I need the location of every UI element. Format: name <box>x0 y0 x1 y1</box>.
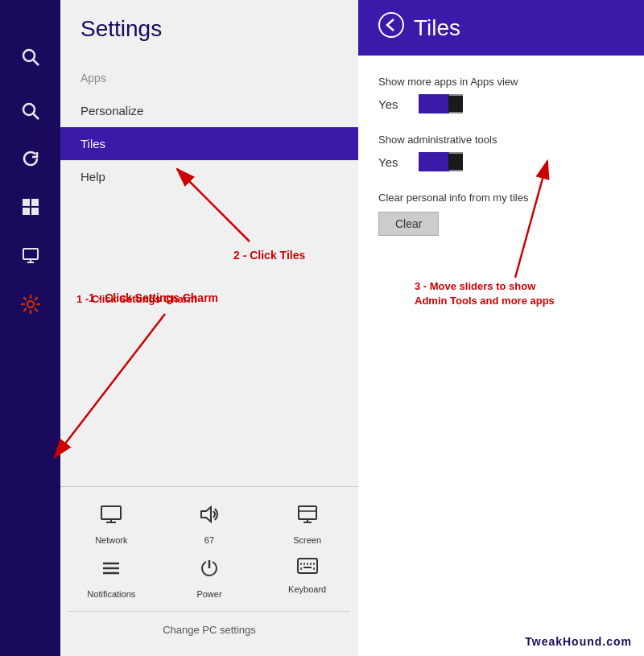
svg-rect-4 <box>23 199 30 206</box>
svg-rect-8 <box>23 249 38 259</box>
power-icon <box>198 557 221 584</box>
svg-point-2 <box>23 104 35 115</box>
clear-label: Clear personal info from my tiles <box>378 192 624 204</box>
menu-item-tiles[interactable]: Tiles <box>60 127 358 160</box>
settings-menu: Apps Personalize Tiles Help <box>60 62 358 274</box>
settings-panel: Settings Apps Personalize Tiles Help 1 -… <box>60 0 358 656</box>
charm-network[interactable]: Network <box>68 503 155 545</box>
refresh-icon[interactable] <box>21 149 40 173</box>
svg-rect-5 <box>31 199 39 206</box>
screen-label: Screen <box>293 535 321 545</box>
menu-item-apps[interactable]: Apps <box>60 62 358 94</box>
charm-bar <box>0 0 60 656</box>
watermark: TweakHound.com <box>525 635 632 648</box>
volume-label: 67 <box>204 535 214 545</box>
toggle-handle-2 <box>448 154 463 170</box>
charm-grid: Network 67 <box>68 503 350 599</box>
keyboard-label: Keyboard <box>288 584 326 594</box>
step1-annotation: 1 - Click Settings Charm <box>76 293 197 305</box>
search-top-icon[interactable] <box>22 48 39 70</box>
clear-section: Clear personal info from my tiles Clear <box>378 192 624 236</box>
svg-point-11 <box>27 301 34 307</box>
svg-point-33 <box>379 13 403 37</box>
show-more-apps-toggle[interactable] <box>419 94 463 113</box>
svg-line-3 <box>33 113 39 119</box>
show-admin-tools-value: Yes <box>378 155 407 169</box>
menu-item-help[interactable]: Help <box>60 160 358 193</box>
network-icon <box>100 503 122 530</box>
power-label: Power <box>196 589 221 599</box>
charm-power[interactable]: Power <box>167 557 253 599</box>
settings-header: Settings <box>60 0 358 62</box>
windows-icon[interactable] <box>21 197 40 221</box>
toggle-fill-2 <box>419 152 449 171</box>
svg-rect-24 <box>298 559 317 573</box>
tiles-content: Show more apps in Apps view Yes Show adm… <box>358 56 644 656</box>
device-icon[interactable] <box>21 245 40 270</box>
svg-rect-12 <box>101 506 121 519</box>
svg-marker-15 <box>201 507 211 522</box>
notifications-label: Notifications <box>87 589 135 599</box>
toggle-fill-1 <box>419 94 449 113</box>
screen-icon <box>296 503 319 530</box>
show-admin-tools-toggle[interactable] <box>419 152 463 171</box>
charm-keyboard[interactable]: Keyboard <box>264 557 350 599</box>
tiles-header: Tiles <box>358 0 644 56</box>
clear-button[interactable]: Clear <box>378 212 439 236</box>
keyboard-icon <box>296 557 319 580</box>
show-admin-tools-label: Show administrative tools <box>378 134 624 146</box>
network-label: Network <box>95 535 127 545</box>
show-more-apps-value: Yes <box>378 97 407 111</box>
charm-notifications[interactable]: Notifications <box>68 557 155 599</box>
toggle-handle-1 <box>448 96 463 112</box>
svg-line-1 <box>33 60 39 65</box>
svg-rect-6 <box>23 208 30 215</box>
show-more-apps-label: Show more apps in Apps view <box>378 76 624 88</box>
svg-rect-7 <box>31 208 39 215</box>
show-admin-tools-row: Yes <box>378 152 624 171</box>
notifications-icon <box>100 557 122 584</box>
tiles-setting-more-apps: Show more apps in Apps view Yes <box>378 76 624 113</box>
search-icon[interactable] <box>22 102 39 125</box>
settings-annotation-area: 1 - Click Settings Charm <box>60 274 358 487</box>
tiles-setting-admin-tools: Show administrative tools Yes <box>378 134 624 171</box>
charm-screen[interactable]: Screen <box>264 503 350 545</box>
settings-gear-icon[interactable] <box>20 294 41 320</box>
settings-title: Settings <box>80 16 338 42</box>
show-more-apps-row: Yes <box>378 94 624 113</box>
charm-volume[interactable]: 67 <box>167 503 253 545</box>
change-pc-settings[interactable]: Change PC settings <box>68 611 350 640</box>
tiles-panel: Tiles Show more apps in Apps view Yes Sh… <box>358 0 644 656</box>
tiles-title: Tiles <box>414 15 460 41</box>
svg-point-0 <box>23 50 35 61</box>
tiles-back-button[interactable] <box>378 12 404 43</box>
volume-icon <box>198 503 221 530</box>
svg-rect-16 <box>299 506 316 519</box>
charm-bottom-section: Network 67 <box>60 486 358 656</box>
menu-item-personalize[interactable]: Personalize <box>60 94 358 127</box>
